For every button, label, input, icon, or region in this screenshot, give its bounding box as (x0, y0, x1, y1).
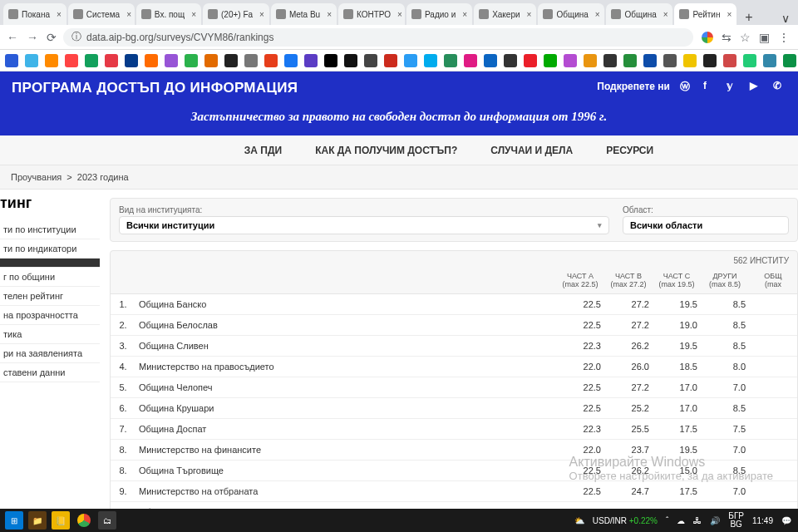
browser-tab[interactable]: Покана× (3, 3, 66, 25)
table-header[interactable]: ДРУГИ(max 8.5) (701, 267, 749, 294)
browser-tab[interactable]: Рейтин× (674, 3, 736, 25)
table-row[interactable]: 1.Община Банско22.527.219.58.5 (111, 294, 797, 315)
bookmark-item[interactable] (584, 54, 597, 67)
table-row[interactable]: 2.Община Белослав22.527.219.08.5 (111, 315, 797, 336)
browser-tab[interactable]: Хакери× (474, 3, 536, 25)
bookmark-item[interactable] (204, 54, 218, 67)
browser-tab[interactable]: Meta Bu× (271, 3, 337, 25)
close-icon[interactable]: × (126, 10, 131, 19)
bookmark-item[interactable] (564, 54, 577, 67)
network-icon[interactable]: 🖧 (693, 516, 702, 525)
bookmark-item[interactable] (25, 54, 38, 67)
chrome-menu-icon[interactable]: ⋮ (778, 31, 790, 44)
nav-forward-icon[interactable]: → (27, 31, 38, 44)
bookmark-item[interactable] (723, 54, 736, 67)
browser-tab[interactable]: Вх. пощ× (136, 3, 201, 25)
close-icon[interactable]: × (57, 10, 62, 19)
bookmark-item[interactable] (703, 54, 717, 67)
main-nav-item[interactable]: КАК ДА ПОЛУЧИМ ДОСТЪП? (315, 145, 457, 156)
table-row[interactable]: 8.Министерство на финансите22.023.719.57… (111, 440, 797, 461)
close-icon[interactable]: × (191, 10, 196, 19)
chrome-menu-chevron[interactable]: ∨ (773, 12, 798, 25)
table-row[interactable]: 6.Община Крушари22.525.217.08.5 (111, 398, 797, 419)
sidebar-item[interactable]: ти по институции (0, 220, 100, 239)
sidebar-item[interactable] (0, 259, 100, 268)
table-header[interactable]: ОБЩ(max (749, 267, 797, 294)
sidebar-item[interactable]: телен рейтинг (0, 287, 100, 306)
bookmark-item[interactable] (85, 54, 98, 67)
bookmark-item[interactable] (125, 54, 138, 67)
google-icon[interactable] (702, 32, 713, 43)
bookmark-item[interactable] (783, 54, 796, 67)
close-icon[interactable]: × (663, 10, 668, 19)
wordpress-icon[interactable]: ⓦ (680, 80, 693, 93)
sidebar-item[interactable]: ти по индикатори (0, 239, 100, 259)
sidebar-item[interactable]: ставени данни (0, 363, 100, 382)
bookmark-item[interactable] (165, 54, 178, 67)
url-input[interactable]: ⓘ data.aip-bg.org/surveys/CVYM86/ranking… (63, 28, 693, 47)
bookmark-item[interactable] (384, 54, 397, 67)
bookmark-item[interactable] (244, 54, 258, 67)
breadcrumb-item[interactable]: 2023 година (77, 172, 129, 182)
new-tab-button[interactable]: + (738, 10, 759, 25)
bookmark-item[interactable] (324, 54, 337, 67)
bookmark-item[interactable] (364, 54, 377, 67)
taskbar-app-icon[interactable]: 📒 (52, 511, 70, 530)
table-row[interactable]: 9.Министерство на отбраната22.524.717.57… (111, 481, 797, 502)
youtube-icon[interactable]: ▶ (750, 80, 763, 93)
bookmark-item[interactable] (444, 54, 457, 67)
chrome-taskbar-icon[interactable] (75, 511, 93, 530)
close-icon[interactable]: × (527, 10, 532, 19)
bookmark-item[interactable] (643, 54, 657, 67)
tray-chevron-icon[interactable]: ˆ (666, 516, 668, 525)
browser-tab[interactable]: Радио и× (406, 3, 472, 25)
sidebar-item[interactable]: на прозрачността (0, 306, 100, 325)
close-icon[interactable]: × (462, 10, 467, 19)
bookmark-item[interactable] (484, 54, 497, 67)
notifications-icon[interactable]: 💬 (781, 516, 791, 525)
browser-tab[interactable]: Община× (538, 3, 604, 25)
translate-icon[interactable]: ⇆ (722, 31, 732, 44)
browser-tab[interactable]: (20+) Fa× (203, 3, 269, 25)
close-icon[interactable]: × (727, 10, 732, 19)
bookmark-item[interactable] (105, 54, 118, 67)
table-row[interactable]: 8.Община Търговище22.526.215.08.5 (111, 461, 797, 481)
share-icon[interactable]: ☆ (740, 31, 751, 44)
sidebar-item[interactable]: г по общини (0, 268, 100, 287)
bookmark-item[interactable] (524, 54, 537, 67)
bookmark-item[interactable] (544, 54, 557, 67)
table-header[interactable]: ЧАСТ С(max 19.5) (653, 267, 701, 294)
phone-icon[interactable]: ✆ (773, 80, 786, 93)
support-link[interactable]: Подкрепете ни (597, 81, 670, 92)
start-button[interactable]: ⊞ (5, 511, 23, 530)
browser-tab[interactable]: КОНТРО× (338, 3, 405, 25)
bookmark-item[interactable] (763, 54, 776, 67)
bookmark-item[interactable] (5, 54, 18, 67)
breadcrumb-item[interactable]: Проучвания (11, 172, 62, 182)
bookmark-item[interactable] (663, 54, 677, 67)
bookmark-item[interactable] (404, 54, 417, 67)
sidebar-item[interactable]: ри на заявленията (0, 344, 100, 363)
nav-reload-icon[interactable]: ⟳ (47, 31, 57, 44)
nav-back-icon[interactable]: ← (7, 31, 18, 44)
bookmark-item[interactable] (504, 54, 517, 67)
close-icon[interactable]: × (397, 10, 402, 19)
taskbar-app-icon[interactable]: 🗂 (98, 511, 116, 530)
close-icon[interactable]: × (595, 10, 600, 19)
main-nav-item[interactable]: СЛУЧАИ И ДЕЛА (490, 145, 573, 156)
filter-type-select[interactable]: Всички институции ▾ (119, 216, 609, 234)
bookmark-item[interactable] (603, 54, 617, 67)
table-row[interactable]: 3.Община Сливен22.326.219.58.5 (111, 336, 797, 357)
bookmark-item[interactable] (623, 54, 637, 67)
table-row[interactable]: 4.Министерство на правосъдието22.026.018… (111, 357, 797, 377)
bookmark-item[interactable] (145, 54, 158, 67)
filter-region-select[interactable]: Всички области (623, 216, 789, 234)
close-icon[interactable]: × (327, 10, 332, 19)
table-header[interactable]: ЧАСТ В(max 27.2) (604, 267, 653, 294)
table-header[interactable]: ЧАСТ А(max 22.5) (556, 267, 604, 294)
main-nav-item[interactable]: РЕСУРСИ (606, 145, 653, 156)
twitter-icon[interactable]: 𝕪 (727, 80, 740, 93)
onedrive-icon[interactable]: ☁ (677, 516, 685, 525)
extensions-icon[interactable]: ▣ (759, 31, 770, 44)
bookmark-item[interactable] (304, 54, 318, 67)
